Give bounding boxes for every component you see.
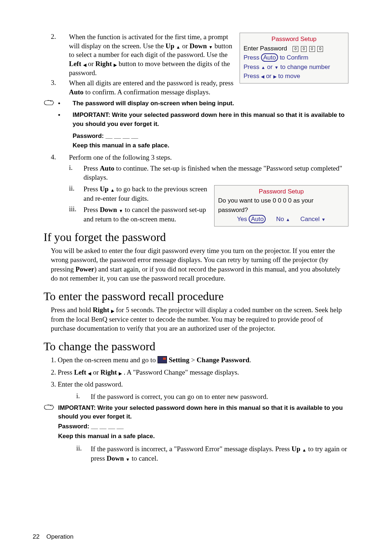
osd-options: Yes Auto No ▲ Cancel ▼ bbox=[218, 215, 344, 224]
osd-enter-line: Enter Password 0 0 0 0 bbox=[244, 44, 344, 53]
manual-page: Password Setup Enter Password 0 0 0 0 Pr… bbox=[0, 0, 392, 555]
pw-digit: 0 bbox=[317, 46, 323, 52]
pw-digit: 0 bbox=[293, 46, 298, 52]
heading-recall-procedure: To enter the password recall procedure bbox=[44, 290, 348, 303]
osd-question: Do you want to use 0 0 0 0 as your passw… bbox=[218, 196, 344, 215]
bullet-icon: • bbox=[58, 111, 73, 120]
osd-password-setup-enter: Password Setup Enter Password 0 0 0 0 Pr… bbox=[240, 33, 348, 83]
change-step-3: 3. Enter the old password. bbox=[51, 380, 348, 389]
list-number: 4. bbox=[51, 153, 69, 162]
step-4: 4. Perform one of the following 3 steps.… bbox=[51, 153, 348, 224]
sub-list-number: iii. bbox=[69, 205, 83, 224]
keep-safe-line: Keep this manual in a safe place. bbox=[73, 141, 348, 150]
step-4-iii: Press Down ▼ to cancel the password set-… bbox=[83, 205, 211, 224]
up-icon: ▲ bbox=[176, 45, 180, 50]
change-step-3-ii: If the password is incorrect, a "Passwor… bbox=[91, 444, 348, 463]
important-note: IMPORTANT: Write your selected password … bbox=[58, 404, 348, 421]
step-4-lead: Perform one of the following 3 steps. bbox=[69, 153, 348, 162]
right-icon: ▶ bbox=[273, 74, 277, 79]
up-icon: ▲ bbox=[286, 217, 290, 222]
heading-change-password: To change the password bbox=[44, 340, 348, 353]
down-icon: ▼ bbox=[321, 217, 326, 222]
sub-list-number: ii. bbox=[69, 184, 83, 203]
sub-list-number: i. bbox=[69, 164, 83, 182]
up-icon: ▲ bbox=[302, 447, 306, 453]
left-icon: ◀ bbox=[83, 62, 86, 68]
step-4-i: Press Auto to continue. The set-up is fi… bbox=[83, 164, 348, 182]
auto-key-icon: Auto bbox=[261, 53, 278, 62]
up-icon: ▲ bbox=[110, 187, 115, 193]
left-icon: ◀ bbox=[261, 74, 264, 79]
step-4-ii: Press Up ▲ to go back to the previous sc… bbox=[83, 184, 211, 203]
pointing-hand-icon bbox=[44, 99, 58, 106]
password-blank-line: Password: __ __ __ __ bbox=[73, 132, 348, 141]
right-icon: ▶ bbox=[114, 62, 117, 68]
osd-change-line: Press ▲ or ▼ to change number bbox=[244, 62, 344, 72]
osd-title: Password Setup bbox=[244, 34, 344, 44]
list-number: 3. bbox=[51, 79, 69, 97]
change-step-3-i: If the password is correct, you can go o… bbox=[91, 392, 348, 401]
osd-password-setup-confirm: Password Setup Do you want to use 0 0 0 … bbox=[214, 185, 348, 227]
pointing-hand-icon bbox=[44, 404, 58, 411]
down-icon: ▼ bbox=[126, 457, 130, 462]
recall-procedure-text: Press and hold Right ▶ for 5 seconds. Th… bbox=[51, 305, 348, 333]
password-blank-line: Password: __ __ __ __ bbox=[58, 422, 348, 431]
note-text: IMPORTANT: Write your selected password … bbox=[73, 111, 348, 128]
up-icon: ▲ bbox=[261, 65, 265, 70]
page-number: 22 bbox=[33, 533, 40, 540]
note-block-2: IMPORTANT: Write your selected password … bbox=[44, 404, 348, 441]
step-2-text: When the function is activated for the f… bbox=[69, 33, 236, 77]
note-text: The password will display on-screen when… bbox=[73, 99, 348, 108]
forget-password-text: You will be asked to enter the four digi… bbox=[51, 246, 348, 283]
change-step-1: 1. Open the on-screen menu and go to Set… bbox=[51, 355, 348, 365]
heading-forget-password: If you forget the password bbox=[44, 230, 348, 244]
osd-title: Password Setup bbox=[218, 187, 344, 196]
down-icon: ▼ bbox=[208, 45, 213, 50]
down-icon: ▼ bbox=[274, 65, 279, 70]
down-icon: ▼ bbox=[119, 208, 123, 214]
list-number: 2. bbox=[51, 33, 69, 77]
change-step-2: 2. Press Left ◀ or Right ▶ . A "Password… bbox=[51, 368, 348, 377]
osd-confirm-line: Press Auto to Confirm bbox=[244, 53, 344, 62]
step-3-text: When all digits are entered and the pass… bbox=[69, 79, 236, 97]
sub-list-number: i. bbox=[76, 392, 91, 401]
right-icon: ▶ bbox=[111, 308, 114, 314]
keep-safe-line: Keep this manual in a safe place. bbox=[58, 432, 348, 441]
osd-move-line: Press ◀ or ▶ to move bbox=[244, 72, 344, 81]
right-icon: ▶ bbox=[119, 371, 122, 376]
setting-menu-icon bbox=[158, 356, 167, 363]
pw-digit: 0 bbox=[301, 46, 307, 52]
pw-digit: 0 bbox=[309, 46, 315, 52]
page-footer: 22 Operation bbox=[33, 533, 74, 540]
note-block: • The password will display on-screen wh… bbox=[44, 99, 348, 150]
sub-list-number: ii. bbox=[76, 444, 91, 463]
section-name: Operation bbox=[46, 533, 74, 540]
auto-key-icon: Auto bbox=[249, 215, 266, 223]
bullet-icon: • bbox=[58, 99, 73, 108]
